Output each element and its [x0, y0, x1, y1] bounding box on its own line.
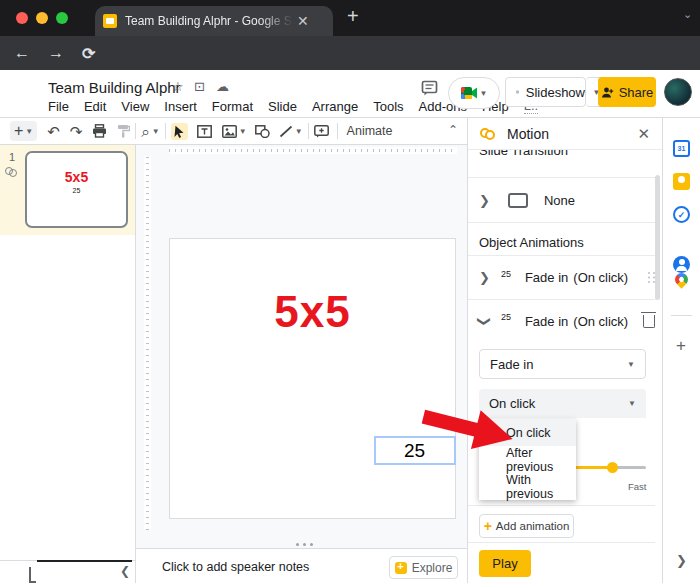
undo-icon[interactable]: ↶ [47, 124, 60, 139]
browser-titlebar: Team Building Alphr - Google S ✕ + ⌄ [0, 0, 700, 36]
new-slide-caret-icon[interactable]: ▼ [25, 127, 33, 136]
forward-icon[interactable]: → [48, 44, 64, 62]
traffic-light-close[interactable] [16, 12, 28, 24]
red-arrow-annotation [420, 399, 518, 457]
insert-comment-icon[interactable] [314, 125, 329, 138]
collapse-menus-icon[interactable]: ⌃ [448, 123, 458, 137]
keep-icon[interactable] [673, 173, 690, 190]
chevron-right-icon[interactable]: ❯ [479, 270, 490, 285]
plus-icon: + [484, 518, 492, 534]
collapse-filmstrip-icon[interactable]: ❮ [120, 564, 130, 578]
transition-value: None [544, 193, 575, 208]
meet-caret-icon: ▼ [480, 89, 488, 98]
menu-tools[interactable]: Tools [373, 99, 403, 114]
filmstrip-bottom-bar: ❮ [0, 560, 135, 583]
slide-title-text[interactable]: 5x5 [170, 287, 455, 337]
line-caret-icon[interactable]: ▼ [295, 127, 303, 136]
menu-format[interactable]: Format [212, 99, 253, 114]
traffic-light-zoom[interactable] [56, 12, 68, 24]
text-box-icon[interactable] [197, 125, 212, 138]
document-title[interactable]: Team Building Alphr [48, 79, 181, 96]
explore-label: Explore [412, 561, 453, 575]
menu-arrange[interactable]: Arrange [312, 99, 358, 114]
calendar-icon[interactable]: 31 [673, 140, 690, 157]
cloud-status-icon[interactable]: ☁ [216, 79, 229, 94]
hide-side-panel-icon[interactable]: ❯ [676, 553, 687, 568]
effect-select[interactable]: Fade in ▼ [479, 349, 646, 379]
thumbnail-title: 5x5 [27, 169, 126, 185]
slides-favicon [103, 14, 117, 28]
account-avatar[interactable] [664, 78, 692, 106]
slideshow-play-icon [516, 86, 519, 98]
speaker-notes-bar: Click to add speaker notes Explore [135, 548, 467, 583]
browser-toolbar: ← → ⟳ docs.google.com/presentation/d/1tz… [0, 36, 700, 70]
slide-editor[interactable]: 5x5 25 [169, 238, 456, 519]
insert-line-icon[interactable] [279, 125, 293, 138]
animation-target: 25 [501, 269, 511, 279]
menu-insert[interactable]: Insert [164, 99, 197, 114]
speed-slider-knob[interactable] [607, 462, 618, 473]
menu-slide[interactable]: Slide [268, 99, 297, 114]
image-caret-icon[interactable]: ▼ [239, 127, 247, 136]
panel-scrollbar[interactable] [655, 175, 660, 300]
animation-row-2[interactable]: ❯ 25 Fade in (On click) [479, 300, 655, 342]
animation-row-1[interactable]: ❯ 25 Fade in (On click) [479, 256, 655, 299]
zoom-tool-icon[interactable]: ⌕ [141, 124, 149, 139]
tab-close-icon[interactable]: ✕ [297, 13, 309, 29]
back-icon[interactable]: ← [14, 44, 30, 62]
notes-resize-handle[interactable] [296, 543, 318, 546]
add-animation-button[interactable]: + Add animation [479, 514, 574, 538]
slide-1-row[interactable]: 1 5x5 25 [0, 145, 135, 235]
slide-transition-row[interactable]: ❯ None [479, 178, 655, 222]
toolbar-divider [135, 123, 136, 139]
maps-icon[interactable] [673, 272, 690, 289]
get-addons-icon[interactable]: + [676, 336, 686, 356]
toolbar-divider [165, 123, 166, 139]
star-document-icon[interactable]: ☆ [172, 79, 184, 94]
effect-select-value: Fade in [490, 357, 533, 372]
move-folder-icon[interactable]: ⊡ [194, 79, 205, 94]
play-button[interactable]: Play [479, 550, 531, 577]
menu-view[interactable]: View [121, 99, 149, 114]
redo-icon[interactable]: ↷ [70, 124, 83, 139]
speaker-notes-input[interactable]: Click to add speaker notes [162, 560, 309, 574]
select-caret-icon: ▼ [627, 360, 635, 369]
insert-shape-icon[interactable] [255, 125, 270, 138]
menu-file[interactable]: File [48, 99, 69, 114]
filmstrip-view-icon[interactable] [29, 567, 31, 583]
toolbar-divider [308, 123, 309, 139]
browser-tab[interactable]: Team Building Alphr - Google S ✕ [95, 6, 333, 36]
explore-icon [395, 562, 407, 574]
comment-history-icon[interactable] [421, 80, 439, 97]
menu-edit[interactable]: Edit [84, 99, 106, 114]
insert-image-icon[interactable] [222, 125, 237, 138]
reload-icon[interactable]: ⟳ [82, 44, 95, 63]
play-label: Play [492, 556, 517, 571]
share-person-icon [601, 87, 614, 98]
motion-panel-header: Motion ✕ [468, 118, 662, 150]
new-slide-button[interactable]: + [14, 123, 23, 139]
zoom-caret-icon[interactable]: ▼ [152, 127, 160, 136]
print-icon[interactable] [92, 124, 107, 138]
chevron-right-icon[interactable]: ❯ [479, 193, 490, 208]
drag-handle-icon[interactable] [648, 272, 655, 283]
new-tab-button[interactable]: + [347, 5, 359, 28]
side-rail: 31 ✓ + ❯ [662, 118, 700, 583]
animate-button[interactable]: Animate [347, 124, 393, 138]
traffic-light-minimize[interactable] [36, 12, 48, 24]
animation-target: 25 [501, 312, 511, 322]
chevron-down-icon[interactable]: ⌄ [683, 8, 692, 21]
slide-1-thumbnail[interactable]: 5x5 25 [25, 151, 128, 228]
tasks-icon[interactable]: ✓ [673, 206, 690, 223]
delete-animation-icon[interactable] [643, 315, 655, 328]
slide-shape-icon [508, 193, 528, 208]
slideshow-button[interactable]: Slideshow [505, 77, 586, 107]
contacts-icon[interactable] [673, 256, 690, 273]
close-panel-icon[interactable]: ✕ [637, 125, 650, 143]
share-button[interactable]: Share [598, 77, 656, 107]
explore-button[interactable]: Explore [389, 556, 458, 579]
chevron-down-icon[interactable]: ❯ [477, 316, 492, 327]
meet-button[interactable]: ▼ [448, 77, 500, 109]
menu-option-with-previous[interactable]: With previous [479, 473, 576, 500]
select-tool-button[interactable] [171, 123, 188, 140]
